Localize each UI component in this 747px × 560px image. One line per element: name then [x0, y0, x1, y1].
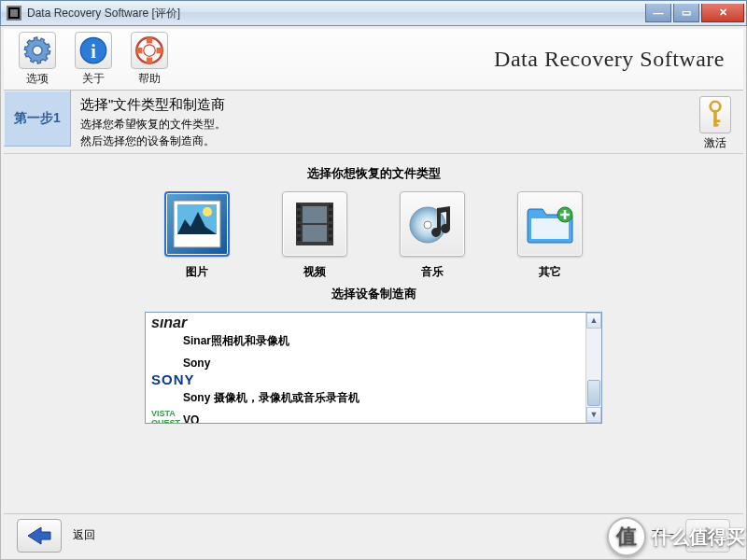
filetype-video-label: 视频	[277, 264, 352, 280]
svg-point-27	[424, 221, 431, 229]
options-label: 选项	[9, 71, 65, 87]
filetypes-heading: 选择你想恢复的文件类型	[22, 165, 725, 182]
step-number: 第一步1	[4, 91, 71, 147]
window-title: Data Recovery Software [评价]	[27, 6, 180, 21]
watermark: 值 什么值得买	[607, 513, 745, 560]
options-button[interactable]: 选项	[9, 32, 65, 87]
svg-rect-16	[297, 217, 301, 221]
svg-rect-24	[329, 231, 332, 234]
manufacturer-heading: 选择设备制造商	[22, 286, 725, 302]
toolbar: 选项 i 关于 帮助 Data Recovery Software	[4, 29, 743, 91]
app-title: Data Recovery Software	[494, 47, 725, 72]
app-icon	[7, 6, 21, 21]
step-text: 选择"文件类型和制造商 选择您希望恢复的文件类型。 然后选择您的设备制造商。	[71, 91, 687, 153]
filetype-row: 图片 视频 音乐 其它	[22, 191, 725, 280]
step-line2: 然后选择您的设备制造商。	[80, 133, 678, 149]
close-button[interactable]: ✕	[701, 4, 744, 22]
svg-rect-22	[329, 217, 332, 221]
key-icon	[699, 96, 731, 133]
filetype-video[interactable]: 视频	[277, 191, 352, 280]
filetype-other[interactable]: 其它	[513, 191, 587, 280]
filetype-other-label: 其它	[513, 264, 587, 280]
manufacturer-desc: Sinar照相机和录像机	[146, 333, 601, 349]
activate-button[interactable]: 激活	[687, 91, 743, 153]
svg-point-3	[144, 45, 156, 57]
step-line1: 选择您希望恢复的文件类型。	[80, 116, 678, 133]
help-button[interactable]: 帮助	[121, 32, 177, 87]
music-icon	[400, 191, 465, 257]
info-icon: i	[75, 32, 112, 69]
svg-rect-7	[713, 124, 718, 127]
manufacturer-desc: Sony 摄像机，录像机或音乐录音机	[146, 390, 601, 406]
svg-rect-23	[329, 224, 332, 228]
scroll-up-button[interactable]: ▲	[586, 313, 601, 329]
lifebuoy-icon	[131, 32, 168, 69]
manufacturer-item-sony-header[interactable]: Sony	[146, 357, 601, 370]
svg-rect-18	[297, 231, 301, 234]
manufacturer-desc: VQ	[146, 413, 601, 423]
svg-rect-6	[713, 119, 720, 122]
svg-rect-13	[303, 225, 327, 242]
sony-logo: SONY	[151, 371, 198, 387]
watermark-text: 什么值得买	[652, 525, 745, 550]
film-icon	[282, 191, 347, 257]
help-label: 帮助	[121, 71, 177, 87]
folder-plus-icon	[517, 191, 583, 257]
filetype-music[interactable]: 音乐	[395, 191, 470, 280]
about-label: 关于	[65, 71, 121, 87]
content-area: 选择你想恢复的文件类型 图片 视频 音乐	[4, 154, 743, 514]
svg-point-10	[203, 207, 212, 217]
svg-rect-12	[303, 206, 327, 223]
gear-icon	[19, 32, 56, 69]
svg-text:i: i	[91, 41, 96, 62]
back-label: 返回	[73, 527, 95, 543]
svg-rect-14	[297, 204, 301, 208]
filetype-photos[interactable]: 图片	[160, 191, 234, 280]
photo-icon	[164, 191, 230, 257]
window-body: 选项 i 关于 帮助 Data Recovery Software 第一步1 选…	[0, 26, 747, 560]
svg-rect-15	[297, 211, 301, 215]
back-button[interactable]	[17, 519, 62, 553]
manufacturer-list: sınar Sinar照相机和录像机 Sony SONY Sony 摄像机，录像…	[145, 312, 602, 424]
svg-point-4	[711, 102, 721, 112]
maximize-button[interactable]: ▭	[673, 4, 699, 22]
titlebar: Data Recovery Software [评价] — ▭ ✕	[0, 0, 747, 26]
step-title: 选择"文件类型和制造商	[80, 94, 678, 116]
svg-rect-21	[329, 211, 332, 215]
scrollbar[interactable]: ▲ ▼	[585, 313, 601, 423]
svg-rect-20	[329, 204, 332, 208]
watermark-badge: 值	[607, 517, 646, 556]
svg-rect-25	[329, 237, 332, 241]
scroll-thumb[interactable]	[587, 380, 600, 406]
scroll-down-button[interactable]: ▼	[586, 407, 601, 423]
activate-label: 激活	[687, 135, 743, 151]
sinar-logo: sınar	[151, 315, 198, 331]
about-button[interactable]: i 关于	[65, 32, 121, 87]
step-banner: 第一步1 选择"文件类型和制造商 选择您希望恢复的文件类型。 然后选择您的设备制…	[4, 91, 743, 154]
manufacturer-item-sinar[interactable]: sınar	[146, 313, 601, 333]
filetype-music-label: 音乐	[395, 264, 470, 280]
svg-rect-19	[297, 237, 301, 241]
minimize-button[interactable]: —	[645, 4, 671, 22]
svg-rect-17	[297, 224, 301, 228]
filetype-photos-label: 图片	[160, 264, 234, 280]
manufacturer-item-sony[interactable]: SONY	[146, 370, 601, 390]
